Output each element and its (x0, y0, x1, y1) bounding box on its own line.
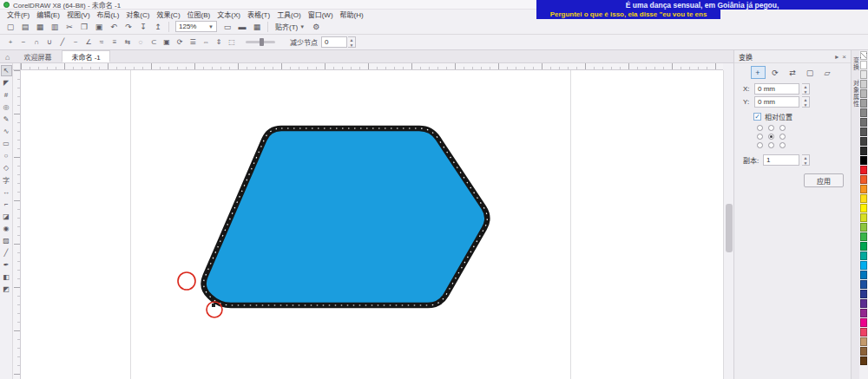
redo-icon[interactable]: ↷ (122, 20, 135, 33)
reflect-vertical-icon[interactable]: ⇕ (213, 36, 225, 49)
copies-field[interactable]: 1 (763, 154, 799, 166)
transform-position-icon[interactable]: + (751, 66, 766, 79)
color-swatch[interactable] (860, 99, 867, 108)
reduce-nodes-field[interactable]: 0 (321, 36, 347, 48)
rectangle-tool[interactable]: ▭ (1, 138, 12, 149)
convert-to-curve-icon[interactable]: ~ (69, 36, 82, 49)
contour-tool[interactable]: ◉ (1, 223, 12, 234)
copies-spinner[interactable]: ▲▼ (802, 154, 810, 166)
freehand-tool[interactable]: ✎ (1, 114, 12, 125)
save-icon[interactable]: ▦ (33, 20, 47, 33)
crop-tool[interactable]: # (1, 89, 12, 101)
apply-button[interactable]: 应用 (804, 173, 844, 187)
color-swatch[interactable] (860, 89, 867, 98)
paste-icon[interactable]: ▣ (92, 20, 106, 33)
menu-item[interactable]: 布局(L) (94, 10, 123, 19)
shape-tool[interactable]: ◤ (1, 77, 12, 88)
no-color-swatch[interactable] (860, 51, 867, 60)
menu-item[interactable]: 工具(O) (273, 10, 305, 19)
menu-item[interactable]: 表格(T) (244, 10, 273, 19)
menu-item[interactable]: 效果(C) (153, 10, 183, 19)
interactive-fill-tool[interactable]: ◩ (1, 284, 12, 295)
zoom-tool[interactable]: ◎ (1, 101, 12, 113)
selected-node-marker[interactable] (212, 304, 215, 307)
color-swatch[interactable] (860, 80, 867, 88)
anchor-radio[interactable] (757, 142, 763, 148)
relative-position-checkbox[interactable]: ✓ (753, 113, 761, 121)
menu-item[interactable]: 对象(C) (122, 10, 153, 19)
color-swatch[interactable] (860, 328, 867, 337)
color-swatch[interactable] (860, 147, 867, 155)
color-swatch[interactable] (860, 232, 867, 241)
reduce-nodes-spinner[interactable]: ▲▼ (348, 36, 356, 48)
transform-size-icon[interactable]: ▢ (803, 66, 818, 79)
color-swatch[interactable] (860, 347, 867, 356)
color-swatch[interactable] (860, 137, 867, 146)
ruler-origin-corner[interactable] (13, 63, 21, 70)
close-curve-icon[interactable]: ◌ (135, 36, 147, 49)
anchor-radio[interactable] (779, 142, 786, 148)
join-nodes-icon[interactable]: ∩ (30, 36, 43, 49)
color-swatch[interactable] (860, 194, 867, 203)
smooth-node-icon[interactable]: ≈ (95, 36, 108, 49)
convert-to-line-icon[interactable]: ╱ (56, 36, 69, 49)
color-swatch[interactable] (860, 309, 867, 317)
align-nodes-icon[interactable]: ☰ (187, 36, 199, 49)
color-swatch[interactable] (860, 290, 867, 298)
undo-icon[interactable]: ↶ (107, 20, 121, 33)
fullscreen-preview-icon[interactable]: ▭ (220, 20, 234, 33)
docker-tab[interactable]: 对象属性 (852, 80, 860, 108)
fill-tool[interactable]: ◧ (1, 271, 12, 283)
curve-smoothness-slider[interactable] (246, 41, 275, 43)
menu-item[interactable]: 视图(V) (63, 10, 94, 19)
stretch-nodes-icon[interactable]: ▣ (161, 36, 173, 49)
color-swatch[interactable] (860, 223, 867, 232)
x-position-field[interactable]: 0 mm (754, 83, 799, 95)
scrollbar-thumb[interactable] (726, 204, 733, 252)
color-swatch[interactable] (860, 356, 867, 365)
artistic-media-tool[interactable]: ∿ (1, 126, 12, 137)
copy-icon[interactable]: ❐ (77, 20, 91, 33)
docker-close-icon[interactable]: × (842, 53, 846, 61)
color-swatch[interactable] (860, 318, 867, 327)
drawing-canvas[interactable] (21, 70, 723, 379)
home-icon[interactable]: ⌂ (5, 53, 10, 62)
menu-item[interactable]: 编辑(E) (33, 10, 63, 19)
color-swatch[interactable] (860, 127, 867, 136)
y-position-spinner[interactable]: ▲▼ (802, 96, 810, 108)
horizontal-ruler[interactable] (21, 63, 723, 70)
print-icon[interactable]: ▥ (48, 20, 62, 33)
anchor-radio[interactable] (779, 134, 786, 140)
menu-item[interactable]: 文件(F) (3, 10, 33, 19)
color-swatch[interactable] (860, 166, 867, 174)
color-eyedropper-tool[interactable]: ╱ (1, 247, 12, 258)
cusp-node-icon[interactable]: ∠ (82, 36, 95, 49)
break-curve-icon[interactable]: ∪ (43, 36, 56, 49)
color-swatch[interactable] (860, 280, 867, 289)
menu-item[interactable]: 帮助(H) (337, 10, 367, 19)
reflect-horizontal-icon[interactable]: ⇔ (200, 36, 212, 49)
document-tab[interactable]: 欢迎屏幕 (14, 50, 61, 62)
transparency-tool[interactable]: ▨ (1, 235, 12, 246)
x-position-spinner[interactable]: ▲▼ (802, 83, 810, 95)
anchor-radio[interactable] (757, 134, 763, 140)
color-swatch[interactable] (860, 299, 867, 308)
polygon-tool[interactable]: ◇ (1, 162, 12, 173)
extract-subpath-icon[interactable]: ⊂ (148, 36, 160, 49)
connector-tool[interactable]: ⌐ (1, 199, 12, 210)
delete-node-icon[interactable]: − (17, 36, 30, 49)
color-swatch[interactable] (860, 61, 867, 69)
dimension-tool[interactable]: ↔ (1, 186, 12, 198)
options-gear-icon[interactable]: ⚙ (309, 20, 323, 33)
snap-to-dropdown[interactable]: 贴齐(T) ▼ (272, 21, 308, 32)
transform-rotate-icon[interactable]: ⟳ (768, 66, 783, 79)
select-all-nodes-icon[interactable]: ⬚ (226, 36, 238, 49)
y-position-field[interactable]: 0 mm (754, 96, 799, 108)
reverse-direction-icon[interactable]: ⇆ (122, 36, 134, 49)
color-swatch[interactable] (860, 271, 867, 279)
docker-expand-icon[interactable]: ▸ (835, 53, 838, 61)
vertical-ruler[interactable] (13, 70, 21, 379)
menu-item[interactable]: 文本(X) (214, 10, 244, 19)
add-node-icon[interactable]: + (4, 36, 16, 49)
color-swatch[interactable] (860, 261, 867, 270)
